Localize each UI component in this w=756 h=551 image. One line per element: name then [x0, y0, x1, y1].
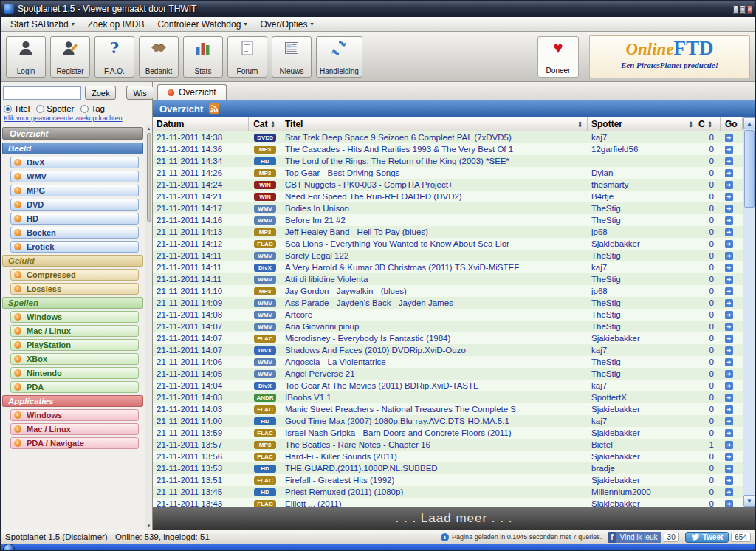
table-row[interactable]: 21-11-2011 13:43FLACElliott ... (2011)Sj… [153, 498, 743, 507]
scroll-up-icon[interactable]: ▲ [743, 117, 755, 129]
row-go-link[interactable] [721, 285, 743, 297]
table-row[interactable]: 21-11-2011 14:26MP3Top Gear - Best Drivi… [153, 167, 743, 179]
menu-item-controleer-watchdog[interactable]: Controleer Watchdog▾ [151, 18, 253, 31]
table-row[interactable]: 21-11-2011 14:11WMVAtti di libidine Viol… [153, 273, 743, 285]
minimize-button[interactable]: – [733, 5, 738, 14]
sidebar-section-geluid[interactable]: Geluid [2, 255, 143, 267]
row-go-link[interactable] [721, 179, 743, 191]
table-row[interactable]: 21-11-2011 14:17WMVBodies In UnisonTheSt… [153, 202, 743, 214]
scroll-down-icon[interactable]: ▼ [743, 495, 755, 507]
sidebar-item-applicaties-pda-navigate[interactable]: ›PDA / Navigate [10, 437, 139, 449]
sidebar-scrollbar[interactable]: ▲ ▼ [145, 125, 152, 530]
radio-tag[interactable]: Tag [80, 104, 105, 113]
row-go-link[interactable] [721, 167, 743, 179]
facebook-like-widget[interactable]: f Vind ik leuk 30 [608, 532, 678, 543]
sidebar-item-applicaties-windows[interactable]: ›Windows [10, 409, 139, 421]
row-go-link[interactable] [721, 226, 743, 238]
row-go-link[interactable] [721, 273, 743, 285]
row-go-link[interactable] [721, 309, 743, 321]
row-go-link[interactable] [721, 238, 743, 250]
close-button[interactable]: × [747, 5, 752, 14]
table-row[interactable]: 21-11-2011 14:09WMVAss Parade - Jayden's… [153, 297, 743, 309]
sidebar-section-beeld[interactable]: Beeld [2, 143, 143, 154]
row-go-link[interactable] [721, 451, 743, 462]
row-go-link[interactable] [721, 498, 743, 507]
start-orb-icon[interactable] [3, 544, 15, 550]
sidebar-item-beeld-dvd[interactable]: ›DVD [10, 199, 139, 211]
forum-button[interactable]: Forum [227, 36, 267, 78]
handleiding-button[interactable]: Handleiding [316, 36, 362, 78]
login-button[interactable]: Login [6, 36, 46, 78]
table-row[interactable]: 21-11-2011 14:11WMVBarely Legal 122TheSt… [153, 250, 743, 261]
row-go-link[interactable] [721, 391, 743, 403]
sidebar-item-beeld-erotiek[interactable]: ›Erotiek [10, 241, 139, 253]
row-go-link[interactable] [721, 344, 743, 356]
table-row[interactable]: 21-11-2011 14:34HDThe Lord of the Rings:… [153, 155, 743, 167]
table-row[interactable]: 21-11-2011 14:16WMVBefore Im 21 #2TheSti… [153, 214, 743, 226]
zoek-button[interactable]: Zoek [85, 86, 116, 100]
row-go-link[interactable] [721, 474, 743, 486]
table-row[interactable]: 21-11-2011 14:06WMVAngoscia - La Violent… [153, 356, 743, 368]
row-go-link[interactable] [721, 403, 743, 415]
scroll-up-icon[interactable]: ▲ [147, 125, 151, 132]
table-row[interactable]: 21-11-2011 14:04DivXTop Gear At The Movi… [153, 380, 743, 391]
row-go-link[interactable] [721, 214, 743, 226]
row-go-link[interactable] [721, 356, 743, 368]
table-row[interactable]: 21-11-2011 14:13MP3Jeff Healey Band - He… [153, 226, 743, 238]
column-header-spotter[interactable]: Spotter⇕ [588, 117, 698, 131]
nieuws-button[interactable]: Nieuws [272, 36, 312, 78]
scrollbar-thumb[interactable] [744, 130, 755, 208]
radio-spotter[interactable]: Spotter [36, 104, 74, 113]
table-row[interactable]: 21-11-2011 14:05WMVAngel Perverse 21TheS… [153, 368, 743, 380]
sidebar-item-applicaties-mac-linux[interactable]: ›Mac / Linux [10, 423, 139, 435]
advanced-search-link[interactable]: Klik voor geavanceerde zoekopdrachten [1, 114, 152, 125]
row-go-link[interactable] [721, 321, 743, 332]
sidebar-item-spellen-pda[interactable]: ›PDA [10, 381, 139, 393]
sidebar-item-geluid-lossless[interactable]: ›Lossless [10, 283, 139, 295]
column-header-titel[interactable]: Titel⇕ [281, 117, 588, 131]
sidebar-item-beeld-hd[interactable]: ›HD [10, 213, 139, 225]
table-row[interactable]: 21-11-2011 14:03FLACManic Street Preache… [153, 403, 743, 415]
table-row[interactable]: 21-11-2011 14:38DVD5Star Trek Deep Space… [153, 131, 743, 143]
doneer-button[interactable]: ♥ Doneer [537, 36, 579, 78]
row-go-link[interactable] [721, 250, 743, 261]
table-row[interactable]: 21-11-2011 14:07FLACMicrodisney - Everyb… [153, 332, 743, 344]
row-go-link[interactable] [721, 415, 743, 427]
table-row[interactable]: 21-11-2011 14:21WINNeed.For.Speed.The.Ru… [153, 191, 743, 202]
sidebar-item-spellen-nintendo[interactable]: ›Nintendo [10, 367, 139, 379]
table-row[interactable]: 21-11-2011 14:12FLACSea Lions - Everythi… [153, 238, 743, 250]
sidebar-item-beeld-mpg[interactable]: ›MPG [10, 185, 139, 196]
table-row[interactable]: 21-11-2011 13:56FLACHard-Fi - Killer Sou… [153, 451, 743, 462]
row-go-link[interactable] [721, 332, 743, 344]
row-go-link[interactable] [721, 155, 743, 167]
scrollbar-track[interactable] [743, 208, 755, 495]
radio-titel[interactable]: Titel [4, 104, 30, 113]
table-row[interactable]: 21-11-2011 14:07DivXShadows And Faces (2… [153, 344, 743, 356]
menu-item-zoek-op-imdb[interactable]: Zoek op IMDB [81, 18, 151, 31]
table-row[interactable]: 21-11-2011 13:59FLACIsrael Nash Gripka -… [153, 427, 743, 439]
register-button[interactable]: Register [50, 36, 90, 78]
column-header-go[interactable]: Go [721, 117, 743, 131]
sidebar-item-geluid-compressed[interactable]: ›Compressed [10, 269, 139, 281]
sidebar-item-spellen-mac-linux[interactable]: ›Mac / Linux [10, 325, 139, 337]
table-row[interactable]: 21-11-2011 14:36MP3The Cascades - Hits A… [153, 143, 743, 155]
tweet-button[interactable]: Tweet [685, 532, 729, 543]
row-go-link[interactable] [721, 439, 743, 451]
table-row[interactable]: 21-11-2011 14:10MP3Jay Gordon - Jaywalki… [153, 285, 743, 297]
table-row[interactable]: 21-11-2011 14:08WMVArtcoreTheStig0 [153, 309, 743, 321]
tab-overzicht[interactable]: Overzicht [157, 84, 227, 100]
row-go-link[interactable] [721, 202, 743, 214]
menu-item-start-sabnzbd[interactable]: Start SABnzbd▾ [4, 18, 81, 31]
sidebar-item-spellen-windows[interactable]: ›Windows [10, 311, 139, 323]
row-go-link[interactable] [721, 486, 743, 498]
row-go-link[interactable] [721, 191, 743, 202]
sidebar-item-beeld-boeken[interactable]: ›Boeken [10, 227, 139, 239]
f-a-q-button[interactable]: ?F.A.Q. [94, 36, 134, 78]
maximize-button[interactable]: □ [740, 5, 745, 14]
main-scrollbar[interactable]: ▲ ▼ [743, 117, 755, 507]
table-row[interactable]: 21-11-2011 14:11DivXA Very Harold & Kuma… [153, 261, 743, 273]
table-row[interactable]: 21-11-2011 13:45HDPriest Remuxed (2011) … [153, 486, 743, 498]
load-more-button[interactable]: . . . Laad meer . . . [153, 507, 755, 530]
sidebar-item-spellen-xbox[interactable]: ›XBox [10, 353, 139, 365]
sidebar-item-beeld-wmv[interactable]: ›WMV [10, 171, 139, 182]
